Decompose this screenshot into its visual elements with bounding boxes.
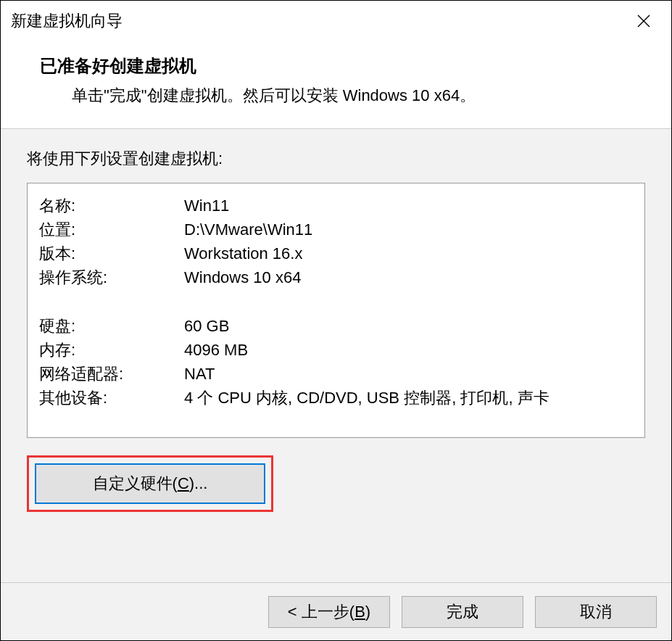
- setting-label: 操作系统:: [39, 265, 184, 289]
- button-label-post: )...: [189, 474, 208, 493]
- setting-value: 60 GB: [184, 314, 633, 338]
- button-label: 完成: [447, 601, 478, 623]
- setting-value: Windows 10 x64: [184, 265, 633, 289]
- button-accelerator: B: [354, 603, 365, 621]
- new-vm-wizard-dialog: 新建虚拟机向导 已准备好创建虚拟机 单击"完成"创建虚拟机。然后可以安装 Win…: [0, 0, 672, 641]
- table-row: 其他设备:4 个 CPU 内核, CD/DVD, USB 控制器, 打印机, 声…: [39, 386, 633, 410]
- button-accelerator: C: [178, 474, 189, 493]
- settings-table: 名称:Win11 位置:D:\VMware\Win11 版本:Workstati…: [39, 194, 633, 410]
- setting-value: Workstation 16.x: [184, 241, 633, 265]
- customize-highlight: 自定义硬件(C)...: [27, 455, 273, 512]
- setting-label: 版本:: [39, 241, 184, 265]
- close-button[interactable]: [629, 7, 658, 36]
- setting-label: 其他设备:: [39, 386, 184, 410]
- cancel-button[interactable]: 取消: [535, 596, 657, 628]
- wizard-subheading: 单击"完成"创建虚拟机。然后可以安装 Windows 10 x64。: [40, 85, 657, 107]
- spacer: [39, 289, 633, 314]
- back-button[interactable]: < 上一步(B): [268, 596, 390, 628]
- table-row: 名称:Win11: [39, 194, 633, 218]
- setting-value: Win11: [184, 194, 633, 218]
- wizard-heading: 已准备好创建虚拟机: [40, 54, 657, 78]
- wizard-footer: < 上一步(B) 完成 取消: [1, 582, 671, 640]
- table-row: 网络适配器:NAT: [39, 362, 633, 386]
- setting-label: 内存:: [39, 338, 184, 362]
- button-label-post: ): [365, 603, 370, 621]
- setting-label: 位置:: [39, 218, 184, 241]
- titlebar: 新建虚拟机向导: [1, 1, 671, 41]
- setting-value: NAT: [184, 362, 633, 386]
- finish-button[interactable]: 完成: [402, 596, 523, 628]
- setting-label: 名称:: [39, 194, 184, 218]
- setting-value: 4096 MB: [184, 338, 633, 362]
- setting-label: 网络适配器:: [39, 362, 184, 386]
- customize-hardware-button[interactable]: 自定义硬件(C)...: [35, 463, 265, 504]
- table-row: 版本:Workstation 16.x: [39, 241, 633, 265]
- button-label-pre: < 上一步(: [288, 601, 354, 623]
- setting-value: D:\VMware\Win11: [184, 218, 633, 241]
- settings-summary-box: 名称:Win11 位置:D:\VMware\Win11 版本:Workstati…: [27, 183, 645, 438]
- button-label-pre: 自定义硬件(: [93, 473, 178, 495]
- settings-intro: 将使用下列设置创建虚拟机:: [27, 148, 645, 170]
- table-row: 操作系统:Windows 10 x64: [39, 265, 633, 289]
- wizard-content: 将使用下列设置创建虚拟机: 名称:Win11 位置:D:\VMware\Win1…: [1, 128, 671, 582]
- table-row: 位置:D:\VMware\Win11: [39, 218, 633, 241]
- dialog-title: 新建虚拟机向导: [11, 10, 123, 32]
- setting-value: 4 个 CPU 内核, CD/DVD, USB 控制器, 打印机, 声卡: [184, 386, 633, 410]
- table-row: 硬盘:60 GB: [39, 314, 633, 338]
- table-row: 内存:4096 MB: [39, 338, 633, 362]
- setting-label: 硬盘:: [39, 314, 184, 338]
- close-icon: [636, 14, 651, 28]
- wizard-header: 已准备好创建虚拟机 单击"完成"创建虚拟机。然后可以安装 Windows 10 …: [1, 41, 671, 128]
- button-label: 取消: [580, 601, 612, 623]
